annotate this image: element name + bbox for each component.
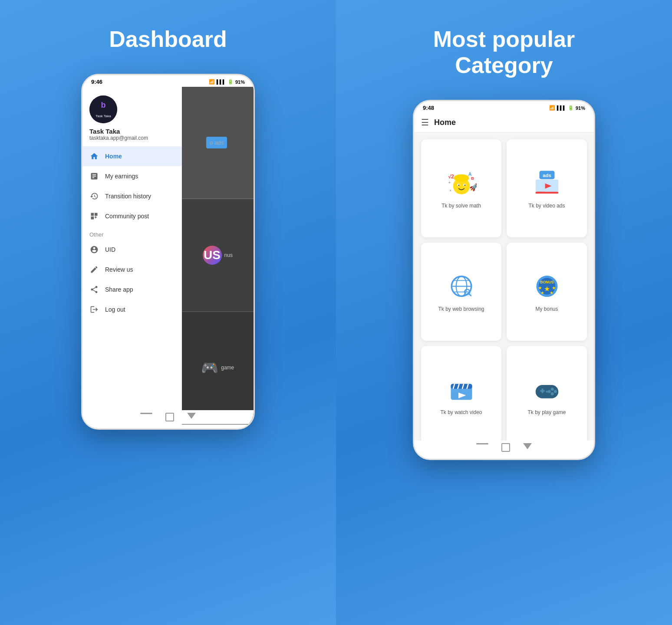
nav-item-earnings[interactable]: My earnings: [82, 166, 182, 186]
nav-item-community[interactable]: Community post: [82, 206, 182, 226]
svg-text:★: ★: [544, 285, 550, 293]
status-bar-left: 9:46 📶 ▌▌▌ 🔋 91%: [82, 75, 254, 87]
svg-text:★: ★: [551, 285, 556, 290]
svg-text:BONUS: BONUS: [540, 280, 554, 284]
drawer-right-overlay: o ads US nus 🎮 game: [182, 87, 254, 424]
svg-rect-46: [541, 388, 543, 393]
svg-point-0: [89, 95, 117, 123]
preview-card-1: o ads: [182, 87, 254, 199]
bottom-nav-right: [414, 441, 594, 454]
preview-card-2: US nus: [182, 199, 254, 312]
nav-item-history[interactable]: Transition history: [82, 186, 182, 206]
category-grid: √2 A B + × 🚀 Tk by solve math a: [414, 132, 594, 451]
nav-bar-1: [140, 413, 152, 414]
svg-text:×: ×: [449, 188, 451, 193]
video-ads-icon: ads: [532, 168, 562, 198]
right-panel: Most popular Category 9:48 📶 ▌▌▌ 🔋 91% ☰…: [336, 0, 672, 625]
svg-text:★: ★: [540, 290, 544, 295]
status-icons-right: 📶 ▌▌▌ 🔋 91%: [549, 105, 585, 111]
history-icon: [89, 191, 99, 201]
preview-card-3: 🎮 game: [182, 312, 254, 424]
svg-text:★: ★: [550, 290, 553, 295]
card-video-ads[interactable]: ads Tk by video ads: [507, 139, 587, 237]
nav-review-label: Review us: [105, 266, 133, 273]
battery-pct-right: 91%: [576, 105, 585, 111]
svg-point-6: [458, 185, 459, 186]
signal-icon-right: ▌▌▌: [557, 105, 566, 110]
earnings-icon: [89, 171, 99, 181]
profile-name: Task Taka: [89, 128, 120, 135]
svg-text:√2: √2: [448, 174, 454, 180]
home-header: ☰ Home: [414, 113, 594, 132]
card-solve-math[interactable]: √2 A B + × 🚀 Tk by solve math: [421, 139, 501, 237]
watch-video-label: Tk by watch video: [440, 409, 482, 415]
web-browsing-icon: [446, 271, 477, 302]
bonus-icon: BONUS ★ ★ ★ ★ ★: [532, 271, 562, 302]
home-icon: [89, 151, 99, 161]
svg-point-47: [550, 388, 553, 391]
nav-uid-label: UID: [105, 246, 115, 253]
bonus-label: My bonus: [535, 306, 558, 312]
svg-text:Task Taka: Task Taka: [96, 114, 111, 118]
profile-email: tasktaka.app@gmail.com: [89, 135, 148, 141]
logout-icon: [89, 305, 99, 314]
time-left: 9:46: [91, 79, 102, 85]
nav-item-home[interactable]: Home: [82, 146, 182, 166]
nav-item-logout[interactable]: Log out: [82, 299, 182, 319]
nav-earnings-label: My earnings: [105, 173, 138, 180]
watch-video-icon: [446, 375, 477, 405]
play-game-icon: [532, 375, 562, 405]
right-panel-title: Most popular Category: [433, 26, 575, 78]
svg-point-50: [547, 390, 550, 393]
nav-community-label: Community post: [105, 213, 149, 220]
svg-text:B: B: [471, 176, 474, 181]
nav-home-label: Home: [105, 153, 122, 160]
share-icon: [89, 285, 99, 294]
community-icon: [89, 211, 99, 221]
dashboard-phone: 9:46 📶 ▌▌▌ 🔋 91% b: [81, 74, 255, 430]
status-bar-right: 9:48 📶 ▌▌▌ 🔋 91%: [414, 101, 594, 113]
nav-logout-label: Log out: [105, 306, 125, 313]
profile-section: b Task Taka Task Taka tasktaka.app@gmail…: [82, 87, 182, 146]
nav-history-label: Transition history: [105, 193, 151, 200]
drawer-content: b Task Taka Task Taka tasktaka.app@gmail…: [82, 87, 254, 424]
nav-item-uid[interactable]: UID: [82, 240, 182, 260]
nav-item-share[interactable]: Share app: [82, 280, 182, 299]
hamburger-icon[interactable]: ☰: [421, 117, 429, 128]
drawer-left: b Task Taka Task Taka tasktaka.app@gmail…: [82, 87, 182, 424]
avatar-logo: b Task Taka: [89, 95, 117, 123]
signal-icon: ▌▌▌: [217, 79, 226, 84]
svg-text:b: b: [101, 101, 106, 109]
preview-cards: o ads US nus 🎮 game: [182, 87, 254, 424]
drawer-split: b Task Taka Task Taka tasktaka.app@gmail…: [82, 87, 254, 424]
card-web-browsing[interactable]: Tk by web browsing: [421, 243, 501, 341]
svg-point-49: [550, 392, 553, 395]
uid-icon: [89, 245, 99, 254]
wifi-icon: 📶: [209, 79, 215, 85]
card-watch-video[interactable]: Tk by watch video: [421, 346, 501, 444]
battery-pct-left: 91%: [235, 79, 245, 85]
nav-bar-2: [165, 413, 174, 421]
avatar: b Task Taka: [89, 95, 117, 123]
other-section-label: Other: [82, 226, 182, 240]
solve-math-label: Tk by solve math: [441, 203, 481, 209]
play-game-label: Tk by play game: [527, 409, 566, 415]
nav-bar-r2: [501, 443, 510, 452]
nav-bar-r3: [523, 443, 532, 449]
nav-bar-3: [187, 413, 196, 419]
left-panel: Dashboard 9:46 📶 ▌▌▌ 🔋 91%: [0, 0, 336, 625]
video-ads-label: Tk by video ads: [528, 203, 565, 209]
battery-icon-right: 🔋: [568, 105, 574, 111]
web-browsing-label: Tk by web browsing: [438, 306, 484, 312]
svg-rect-20: [535, 192, 545, 194]
status-icons-left: 📶 ▌▌▌ 🔋 91%: [209, 79, 245, 85]
card-play-game[interactable]: Tk by play game: [507, 346, 587, 444]
svg-point-7: [464, 185, 465, 186]
battery-icon: 🔋: [227, 79, 234, 85]
card-bonus[interactable]: BONUS ★ ★ ★ ★ ★ My bonus: [507, 243, 587, 341]
home-phone: 9:48 📶 ▌▌▌ 🔋 91% ☰ Home: [413, 100, 595, 460]
nav-item-review[interactable]: Review us: [82, 260, 182, 280]
bottom-nav-left: [82, 410, 254, 424]
time-right: 9:48: [423, 105, 434, 111]
svg-text:ads: ads: [543, 173, 551, 178]
